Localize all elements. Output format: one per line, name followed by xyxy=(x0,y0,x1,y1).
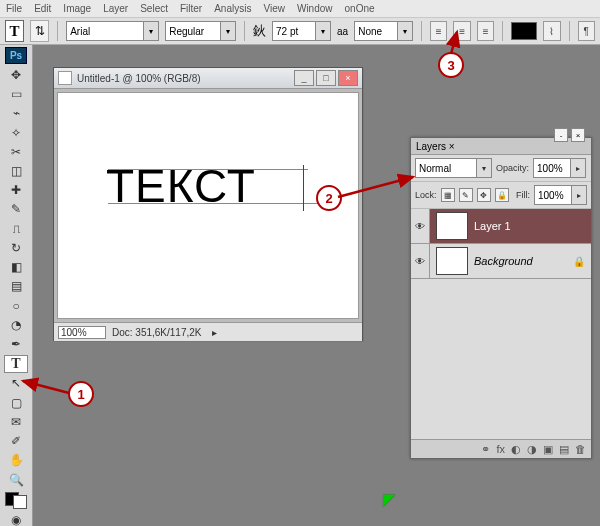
blur-tool[interactable]: ○ xyxy=(4,297,28,314)
chevron-down-icon[interactable]: ▾ xyxy=(315,22,330,40)
menu-layer[interactable]: Layer xyxy=(103,3,128,14)
slice-tool[interactable]: ◫ xyxy=(4,162,28,179)
chevron-down-icon[interactable]: ▾ xyxy=(143,22,158,40)
options-bar: T ⇅ ▾ ▾ 鈥 ▾ aa ▾ ≡ ≡ ≡ ⌇ ¶ xyxy=(0,18,600,45)
warp-text-icon[interactable]: ⌇ xyxy=(543,21,560,41)
font-weight-combo[interactable]: ▾ xyxy=(165,21,236,41)
dodge-tool[interactable]: ◔ xyxy=(4,316,28,333)
lock-all-icon[interactable]: 🔒 xyxy=(495,188,509,202)
menu-select[interactable]: Select xyxy=(140,3,168,14)
chevron-down-icon[interactable]: ▾ xyxy=(476,159,491,177)
blend-mode-input[interactable] xyxy=(416,160,476,176)
antialias-combo[interactable]: ▾ xyxy=(354,21,413,41)
eyedropper-tool[interactable]: ✐ xyxy=(4,432,28,449)
orientation-toggle[interactable]: ⇅ xyxy=(30,20,49,42)
document-titlebar[interactable]: Untitled-1 @ 100% (RGB/8) _ □ × xyxy=(54,68,362,89)
gradient-tool[interactable]: ▤ xyxy=(4,278,28,295)
callout-1: 1 xyxy=(68,381,94,407)
layer-group-icon[interactable]: ▣ xyxy=(543,443,553,456)
opacity-input[interactable] xyxy=(534,160,570,176)
chevron-right-icon[interactable]: ▸ xyxy=(570,159,585,177)
menu-filter[interactable]: Filter xyxy=(180,3,202,14)
menu-edit[interactable]: Edit xyxy=(34,3,51,14)
lock-position-icon[interactable]: ✥ xyxy=(477,188,491,202)
layers-panel: - × Layers × ▾ Opacity: ▸ Lock: ▦ ✎ ✥ 🔒 … xyxy=(410,137,592,459)
delete-layer-icon[interactable]: 🗑 xyxy=(575,443,586,455)
type-tool-icon[interactable]: T xyxy=(5,20,24,42)
shape-tool[interactable]: ▢ xyxy=(4,394,28,411)
menu-onone[interactable]: onOne xyxy=(345,3,375,14)
layer-row[interactable]: 👁 Background 🔒 xyxy=(411,244,591,279)
hand-tool[interactable]: ✋ xyxy=(4,452,28,469)
layer-row-selected[interactable]: 👁 T Layer 1 xyxy=(411,209,591,244)
link-layers-icon[interactable]: ⚭ xyxy=(481,443,490,456)
document-canvas[interactable]: ТЕКСТ xyxy=(57,92,359,319)
align-center-icon[interactable]: ≡ xyxy=(453,21,470,41)
align-left-icon[interactable]: ≡ xyxy=(430,21,447,41)
close-button[interactable]: × xyxy=(338,70,358,86)
text-color-swatch[interactable] xyxy=(511,22,537,40)
align-right-icon[interactable]: ≡ xyxy=(477,21,494,41)
stamp-tool[interactable]: ⎍ xyxy=(4,220,28,237)
menu-view[interactable]: View xyxy=(263,3,285,14)
font-size-combo[interactable]: ▾ xyxy=(272,21,331,41)
notes-tool[interactable]: ✉ xyxy=(4,413,28,430)
layer-name[interactable]: Background xyxy=(474,255,533,267)
healing-tool[interactable]: ✚ xyxy=(4,182,28,199)
layer-thumb-type[interactable]: T xyxy=(436,212,468,240)
minimize-button[interactable]: _ xyxy=(294,70,314,86)
fill-input[interactable] xyxy=(535,187,571,203)
info-menu-arrow[interactable]: ▸ xyxy=(212,327,217,338)
chevron-right-icon[interactable]: ▸ xyxy=(571,186,586,204)
crop-tool[interactable]: ✂ xyxy=(4,143,28,160)
maximize-button[interactable]: □ xyxy=(316,70,336,86)
tool-palette: Ps ✥ ▭ ⌁ ✧ ✂ ◫ ✚ ✎ ⎍ ↻ ◧ ▤ ○ ◔ ✒ T ↖ ▢ ✉… xyxy=(0,45,33,526)
chevron-down-icon[interactable]: ▾ xyxy=(397,22,412,40)
color-swatches[interactable] xyxy=(5,492,27,509)
brush-tool[interactable]: ✎ xyxy=(4,201,28,218)
document-status-bar: 100% Doc: 351,6K/117,2K ▸ xyxy=(54,322,362,341)
layer-fx-icon[interactable]: fx xyxy=(496,443,505,455)
background-swatch[interactable] xyxy=(13,495,27,509)
new-layer-icon[interactable]: ▤ xyxy=(559,443,569,456)
layer-mask-icon[interactable]: ◐ xyxy=(511,443,521,456)
history-brush-tool[interactable]: ↻ xyxy=(4,239,28,256)
font-weight-input[interactable] xyxy=(166,23,220,39)
eraser-tool[interactable]: ◧ xyxy=(4,259,28,276)
path-select-tool[interactable]: ↖ xyxy=(4,375,28,392)
lock-pixels-icon[interactable]: ✎ xyxy=(459,188,473,202)
pen-tool[interactable]: ✒ xyxy=(4,336,28,353)
font-family-combo[interactable]: ▾ xyxy=(66,21,159,41)
opacity-combo[interactable]: ▸ xyxy=(533,158,586,178)
ps-logo: Ps xyxy=(5,47,27,64)
blend-mode-combo[interactable]: ▾ xyxy=(415,158,492,178)
panel-close-icon[interactable]: × xyxy=(571,128,585,142)
menu-window[interactable]: Window xyxy=(297,3,333,14)
fill-combo[interactable]: ▸ xyxy=(534,185,587,205)
document-icon xyxy=(58,71,72,85)
zoom-field[interactable]: 100% xyxy=(58,326,106,339)
visibility-toggle[interactable]: 👁 xyxy=(411,209,430,243)
font-size-input[interactable] xyxy=(273,23,315,39)
zoom-tool[interactable]: 🔍 xyxy=(4,471,28,488)
adjustment-layer-icon[interactable]: ◑ xyxy=(527,443,537,456)
lasso-tool[interactable]: ⌁ xyxy=(4,105,28,122)
layer-name[interactable]: Layer 1 xyxy=(474,220,511,232)
type-tool[interactable]: T xyxy=(4,355,28,373)
chevron-down-icon[interactable]: ▾ xyxy=(220,22,235,40)
font-family-input[interactable] xyxy=(67,23,143,39)
lock-transparent-icon[interactable]: ▦ xyxy=(441,188,455,202)
quickmask-toggle[interactable]: ◉ xyxy=(4,511,28,526)
menu-analysis[interactable]: Analysis xyxy=(214,3,251,14)
move-tool[interactable]: ✥ xyxy=(4,66,28,83)
marquee-tool[interactable]: ▭ xyxy=(4,85,28,102)
doc-info: Doc: 351,6K/117,2K xyxy=(112,327,202,338)
panel-minimize-icon[interactable]: - xyxy=(554,128,568,142)
menu-image[interactable]: Image xyxy=(63,3,91,14)
wand-tool[interactable]: ✧ xyxy=(4,124,28,141)
menu-file[interactable]: File xyxy=(6,3,22,14)
layer-thumb[interactable] xyxy=(436,247,468,275)
paragraph-panel-icon[interactable]: ¶ xyxy=(578,21,595,41)
visibility-toggle[interactable]: 👁 xyxy=(411,244,430,278)
antialias-input[interactable] xyxy=(355,23,397,39)
